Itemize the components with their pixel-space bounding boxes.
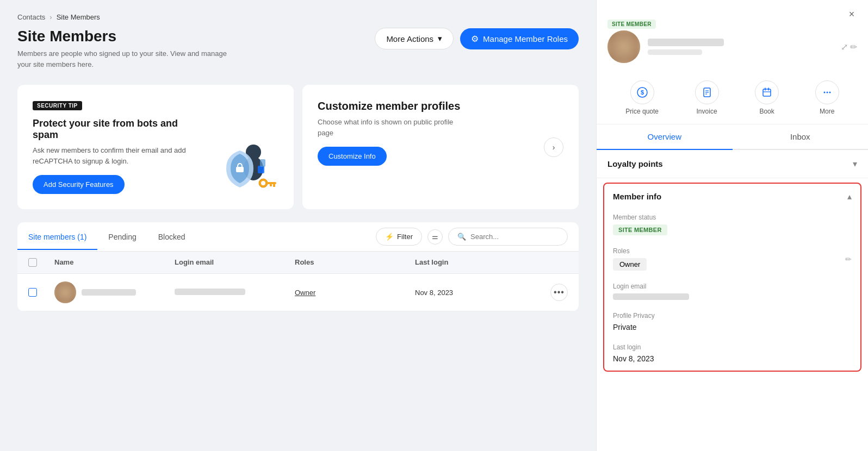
login-email-label: Login email [613,283,852,290]
roles-edit-icon[interactable]: ✏ [845,255,852,264]
loyalty-section-title: Loyalty points [607,159,663,168]
chevron-down-icon: ▾ [438,34,442,43]
breadcrumb-contacts[interactable]: Contacts [17,13,45,21]
login-email-value [613,293,689,300]
manage-roles-label: Manage Member Roles [483,34,568,43]
col-header-actions [535,258,568,267]
col-header-name: Name [54,258,175,267]
member-status-badge: SITE MEMBER [613,224,667,235]
select-all-checkbox-cell [28,258,54,267]
panel-member-info: SITE MEMBER ⤢ ✏ [597,22,868,72]
quick-action-price-quote[interactable]: $ Price quote [625,80,659,115]
search-input[interactable] [470,233,559,241]
svg-point-22 [829,92,830,93]
tab-overview[interactable]: Overview [597,124,733,150]
last-login-value: Nov 8, 2023 [613,354,852,363]
cards-row: SECURITY TIP Protect your site from bots… [17,85,579,209]
customize-card: Customize member profiles Choose what in… [302,85,579,209]
quick-action-more[interactable]: More [815,80,839,115]
member-info-title: Member info [613,192,661,201]
col-header-roles: Roles [295,258,415,267]
roles-left: Roles Owner [613,247,647,271]
panel-close-row: × [597,0,868,22]
invoice-icon [695,80,719,104]
svg-rect-9 [260,159,265,167]
quick-action-invoice[interactable]: Invoice [695,80,719,115]
role-tag: Owner [613,258,647,271]
table-header: Name Login email Roles Last login [17,252,579,274]
customize-card-content: Customize member profiles Choose what in… [318,100,470,166]
select-all-checkbox[interactable] [28,258,37,267]
member-name-cell [54,281,175,303]
expand-icon-button[interactable]: ⤢ [841,42,848,52]
quick-actions: $ Price quote Invoice [597,72,868,124]
panel-avatar-wrapper: SITE MEMBER [607,30,640,63]
member-more-button[interactable]: ••• [550,284,568,301]
tabs-controls-row: Site members (1) Pending Blocked ⚡ Filte… [17,222,579,252]
search-icon: 🔍 [457,233,466,241]
row-checkbox[interactable] [28,288,37,297]
breadcrumb-separator: › [49,13,52,21]
member-actions-cell: ••• [535,284,568,301]
close-button[interactable]: × [844,7,859,22]
page-header: Site Members Members are people who sign… [17,28,579,70]
member-name [82,289,136,296]
customize-card-description: Choose what info is shown on public prof… [318,117,470,138]
quick-action-book[interactable]: Book [755,80,779,115]
svg-rect-5 [273,184,275,187]
svg-rect-16 [763,89,771,96]
table-tabs: Site members (1) Pending Blocked [17,224,196,249]
adjust-filters-button[interactable]: ⚌ [427,229,443,245]
security-illustration [215,139,281,209]
more-actions-button[interactable]: More Actions ▾ [375,28,454,49]
search-box: 🔍 [448,228,568,246]
col-header-email: Login email [175,258,295,267]
add-security-features-button[interactable]: Add Security Features [33,175,125,194]
page-title: Site Members [17,28,235,45]
last-login-label: Last login [613,343,852,351]
chevron-up-icon: ▴ [847,191,852,202]
tab-inbox[interactable]: Inbox [733,124,869,149]
panel-top-actions: ⤢ ✏ [841,42,857,52]
login-email-field: Login email [604,278,860,308]
member-email-cell [175,287,295,297]
price-quote-label: Price quote [625,108,659,115]
member-info-section-header[interactable]: Member info ▴ [604,184,860,209]
member-info-section: Member info ▴ Member status SITE MEMBER … [603,183,861,372]
book-label: Book [759,108,774,115]
table-controls: ⚡ Filter ⚌ 🔍 [365,222,579,251]
customize-info-button[interactable]: Customize Info [318,147,387,166]
tab-pending[interactable]: Pending [97,224,147,250]
header-actions: More Actions ▾ ⚙ Manage Member Roles [375,28,579,49]
tab-site-members[interactable]: Site members (1) [17,224,97,250]
member-role[interactable]: Owner [295,289,315,297]
right-panel: × SITE MEMBER ⤢ ✏ $ Price quote [596,0,868,451]
panel-member-name [648,39,724,46]
more-icon [815,80,839,104]
profile-privacy-field: Profile Privacy Private [604,308,860,339]
roles-icon: ⚙ [471,34,479,44]
customize-card-title: Customize member profiles [318,100,470,112]
panel-tabs: Overview Inbox [597,124,868,150]
tab-blocked[interactable]: Blocked [147,224,196,250]
col-header-last-login: Last login [415,258,535,267]
breadcrumb-current: Site Members [57,13,100,21]
last-login-field: Last login Nov 8, 2023 [604,339,860,371]
roles-field: Roles Owner ✏ [604,243,860,278]
security-card-description: Ask new members to confirm their email a… [33,145,196,166]
next-arrow-button[interactable]: › [544,137,563,157]
sliders-icon: ⚌ [432,233,438,241]
filter-button[interactable]: ⚡ Filter [376,228,422,246]
member-status-label: Member status [613,214,852,221]
manage-member-roles-button[interactable]: ⚙ Manage Member Roles [460,28,579,49]
chevron-right-icon: › [553,143,555,152]
edit-icon-button[interactable]: ✏ [850,42,857,52]
ellipsis-icon: ••• [554,287,565,297]
breadcrumb: Contacts › Site Members [17,13,579,21]
page-description: Members are people who signed up to your… [17,48,235,70]
svg-rect-8 [258,166,264,173]
roles-label: Roles [613,247,647,255]
member-last-login-cell: Nov 8, 2023 [415,289,535,297]
filter-icon: ⚡ [385,233,394,241]
loyalty-section-header[interactable]: Loyalty points ▾ [597,150,868,178]
